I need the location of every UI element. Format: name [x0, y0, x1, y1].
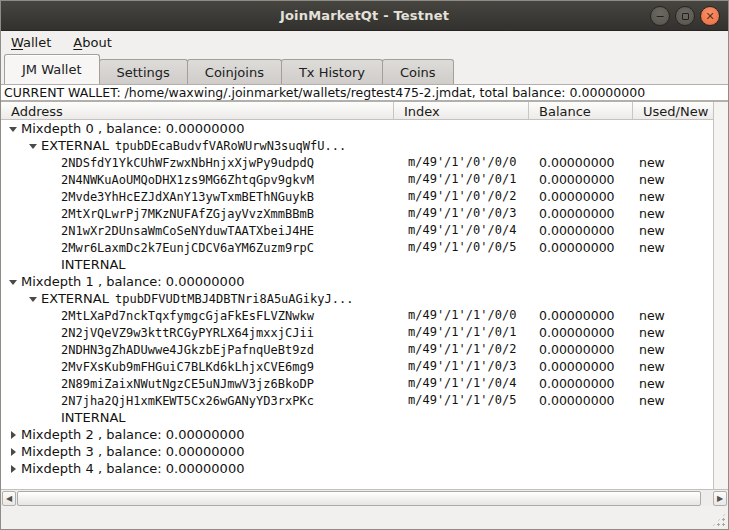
tree-expander-icon[interactable] — [27, 137, 41, 154]
row-status: new — [639, 307, 665, 324]
tree-expander-icon[interactable] — [7, 273, 21, 290]
current-wallet-banner: CURRENT WALLET: /home/waxwing/.joinmarke… — [1, 84, 728, 101]
row-index: m/49'/1'/1'/0/4 — [408, 375, 516, 392]
scroll-left-icon[interactable]: ◀ — [2, 491, 16, 506]
row-balance: 0.00000000 — [539, 154, 615, 171]
row-index: m/49'/1'/0'/0/3 — [408, 205, 516, 222]
row-index: m/49'/1'/1'/0/5 — [408, 392, 516, 409]
vertical-scrollbar[interactable] — [713, 102, 728, 489]
tab-settings[interactable]: Settings — [99, 59, 188, 84]
tab-jm-wallet[interactable]: JM Wallet — [4, 54, 100, 84]
indent-spacer — [1, 417, 47, 418]
tabbar: JM Wallet Settings Coinjoins Tx History … — [1, 53, 728, 84]
row-status: new — [639, 154, 665, 171]
tree-row[interactable]: 2MtLXaPd7nckTqxfymgcGjaFkEsFLVZNwkw m/49… — [1, 307, 713, 324]
tree-expander-icon — [47, 222, 61, 239]
tree-row[interactable]: EXTERNAL tpubDEcaBudvfVARoWUrwN3suqWfU..… — [1, 137, 713, 154]
tree-row[interactable]: Mixdepth 4 , balance: 0.00000000 — [1, 460, 713, 477]
row-address: 2N89miZaixNWutNgzCE5uNJmwV3jz6BkoDP — [61, 377, 314, 391]
indent-spacer — [1, 315, 47, 316]
indent-spacer — [1, 145, 27, 146]
row-index: m/49'/1'/1'/0/0 — [408, 307, 516, 324]
tree-row[interactable]: 2N4NWKuAoUMQoDHX1zs9MG6ZhtqGpv9gkvM m/49… — [1, 171, 713, 188]
tree-row[interactable]: 2Mvde3YhHcEZJdXAnY13ywTxmBEThNGuykB m/49… — [1, 188, 713, 205]
row-balance: 0.00000000 — [539, 307, 615, 324]
tree-row[interactable]: EXTERNAL tpubDFVUDtMBJ4DBTNri8A5uAGikyJ.… — [1, 290, 713, 307]
row-balance: 0.00000000 — [539, 358, 615, 375]
tab-coinjoins[interactable]: Coinjoins — [187, 59, 282, 84]
row-index: m/49'/1'/0'/0/1 — [408, 171, 516, 188]
horizontal-scrollbar-thumb[interactable] — [17, 491, 701, 506]
tree-row[interactable]: 2Mwr6LaxmDc2k7EunjCDCV6aYM6Zuzm9rpC m/49… — [1, 239, 713, 256]
tab-coins[interactable]: Coins — [382, 59, 454, 84]
row-status: new — [639, 358, 665, 375]
row-balance: 0.00000000 — [539, 392, 615, 409]
minimize-button[interactable]: − — [650, 6, 670, 26]
menu-wallet[interactable]: Wallet — [11, 35, 51, 50]
row-balance: 0.00000000 — [539, 222, 615, 239]
indent-spacer — [1, 264, 47, 265]
app-window: JoinMarketQt - Testnet − ✕ Wallet About … — [0, 0, 729, 530]
tree-row[interactable]: Mixdepth 3 , balance: 0.00000000 — [1, 443, 713, 460]
tree-row[interactable]: Mixdepth 2 , balance: 0.00000000 — [1, 426, 713, 443]
tree-row[interactable]: 2N1wXr2DUnsaWmCoSeNYduwTAATXbeiJ4HE m/49… — [1, 222, 713, 239]
row-balance: 0.00000000 — [539, 375, 615, 392]
tree-row[interactable]: INTERNAL — [1, 256, 713, 273]
indent-spacer — [1, 383, 47, 384]
row-status: new — [639, 341, 665, 358]
tree-row[interactable]: 2NDHN3gZhADUwwe4JGkzbEjPafnqUeBt9zd m/49… — [1, 341, 713, 358]
tree-row[interactable]: 2N2jVQeVZ9w3kttRCGyPYRLX64jmxxjCJii m/49… — [1, 324, 713, 341]
row-status: new — [639, 392, 665, 409]
tree-expander-icon — [47, 171, 61, 188]
row-address: 2Mwr6LaxmDc2k7EunjCDCV6aYM6Zuzm9rpC — [61, 241, 314, 255]
menu-about[interactable]: About — [73, 35, 111, 50]
row-label: Mixdepth 4 , balance: 0.00000000 — [21, 461, 250, 476]
column-header-balance[interactable]: Balance — [529, 102, 633, 120]
horizontal-scrollbar[interactable]: ◀ ▶ — [1, 489, 728, 506]
tree-row[interactable]: Mixdepth 1 , balance: 0.00000000 — [1, 273, 713, 290]
row-status: new — [639, 171, 665, 188]
tree-row[interactable]: 2MtXrQLwrPj7MKzNUFAfZGjayVvzXmmBBmB m/49… — [1, 205, 713, 222]
resize-grip[interactable] — [712, 513, 726, 527]
tree-row[interactable]: INTERNAL — [1, 409, 713, 426]
column-header-address[interactable]: Address — [1, 102, 394, 120]
window-title: JoinMarketQt - Testnet — [1, 8, 728, 23]
tree-expander-icon — [47, 341, 61, 358]
close-button[interactable]: ✕ — [700, 6, 720, 26]
tab-tx-history[interactable]: Tx History — [281, 59, 383, 84]
row-xpub: tpubDFVUDtMBJ4DBTNri8A5uAGikyJ... — [115, 292, 353, 306]
tree-expander-icon — [47, 239, 61, 256]
indent-spacer — [1, 400, 47, 401]
indent-spacer — [1, 332, 47, 333]
maximize-button[interactable] — [675, 6, 695, 26]
tree-rows: Mixdepth 0 , balance: 0.00000000 EXTERNA… — [1, 120, 713, 477]
row-index: m/49'/1'/1'/0/2 — [408, 341, 516, 358]
row-index: m/49'/1'/0'/0/5 — [408, 239, 516, 256]
statusbar — [1, 506, 728, 529]
tree-row[interactable]: 2N7jha2QjH1xmKEWT5Cx26wGANyYD3rxPKc m/49… — [1, 392, 713, 409]
tree-expander-icon[interactable] — [27, 290, 41, 307]
tree-row[interactable]: 2MvFXsKub9mFHGuiC7BLKd6kLhjxCVE6mg9 m/49… — [1, 358, 713, 375]
tree-expander-icon — [47, 205, 61, 222]
indent-spacer — [1, 247, 47, 248]
titlebar[interactable]: JoinMarketQt - Testnet − ✕ — [1, 1, 728, 31]
row-label: Mixdepth 3 , balance: 0.00000000 — [21, 444, 250, 459]
column-header-index[interactable]: Index — [394, 102, 529, 120]
tree-row[interactable]: 2NDSfdY1YkCUhWFzwxNbHnjxXjwPy9udpdQ m/49… — [1, 154, 713, 171]
row-label: INTERNAL — [61, 257, 132, 272]
scroll-right-icon[interactable]: ▶ — [713, 491, 727, 506]
tree-expander-icon[interactable] — [7, 426, 21, 443]
window-controls: − ✕ — [650, 6, 720, 26]
tree-row[interactable]: Mixdepth 0 , balance: 0.00000000 — [1, 120, 713, 137]
tree-row[interactable]: 2N89miZaixNWutNgzCE5uNJmwV3jz6BkoDP m/49… — [1, 375, 713, 392]
row-label: EXTERNAL — [41, 138, 115, 153]
tree-expander-icon — [47, 154, 61, 171]
tree-expander-icon[interactable] — [7, 443, 21, 460]
tree-expander-icon — [47, 324, 61, 341]
tree-expander-icon[interactable] — [7, 120, 21, 137]
tree-expander-icon[interactable] — [7, 460, 21, 477]
row-status: new — [639, 222, 665, 239]
indent-spacer — [1, 196, 47, 197]
column-header-used-new[interactable]: Used/New — [633, 102, 713, 120]
table-header: Address Index Balance Used/New — [1, 102, 728, 120]
